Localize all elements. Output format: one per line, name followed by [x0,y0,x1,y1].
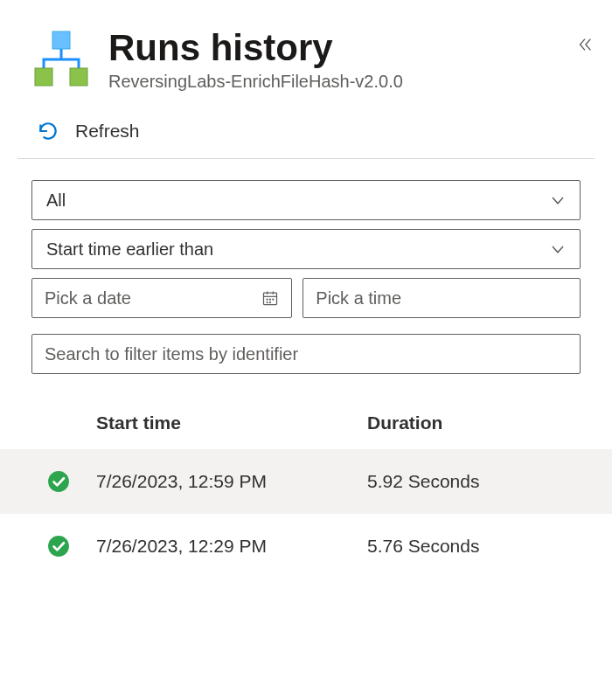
refresh-icon [37,120,59,142]
cell-start-time: 7/26/2023, 12:59 PM [96,471,367,492]
date-time-row: Pick a date Pick a time [31,278,581,318]
status-success-icon [47,535,70,558]
column-duration[interactable]: Duration [367,412,581,433]
workflow-icon [31,28,91,87]
search-row [0,327,612,374]
refresh-button[interactable]: Refresh [0,107,612,158]
calendar-icon [261,289,279,307]
runs-table: Start time Duration 7/26/2023, 12:59 PM … [0,397,612,579]
cell-duration: 5.92 Seconds [367,471,581,492]
page-title: Runs history [108,28,581,68]
filters-section: All Start time earlier than Pick a date [0,159,612,327]
cell-duration: 5.76 Seconds [367,536,581,557]
table-row[interactable]: 7/26/2023, 12:29 PM 5.76 Seconds [0,514,612,579]
refresh-label: Refresh [75,121,140,142]
status-filter-select[interactable]: All [31,180,581,220]
date-picker[interactable]: Pick a date [31,278,292,318]
status-filter-value: All [46,191,66,211]
time-filter-value: Start time earlier than [46,239,213,260]
column-start-time[interactable]: Start time [96,412,367,433]
time-placeholder: Pick a time [316,288,401,308]
time-picker[interactable]: Pick a time [303,278,581,318]
svg-point-8 [270,299,271,300]
svg-point-13 [48,536,69,557]
svg-point-9 [273,299,274,300]
collapse-panel-button[interactable] [575,35,595,59]
svg-point-7 [267,299,268,300]
svg-point-11 [270,302,271,303]
search-input[interactable] [31,334,581,374]
table-header: Start time Duration [0,397,612,449]
time-filter-select[interactable]: Start time earlier than [31,229,581,269]
svg-rect-1 [35,68,52,86]
svg-point-10 [267,302,268,303]
date-placeholder: Pick a date [45,288,131,308]
chevron-down-icon [550,241,566,257]
svg-rect-0 [52,31,70,49]
cell-start-time: 7/26/2023, 12:29 PM [96,536,367,557]
page-header: Runs history ReversingLabs-EnrichFileHas… [0,0,612,107]
table-row[interactable]: 7/26/2023, 12:59 PM 5.92 Seconds [0,449,612,514]
svg-point-12 [48,471,69,492]
chevron-down-icon [550,192,566,208]
status-success-icon [47,470,70,493]
page-subtitle: ReversingLabs-EnrichFileHash-v2.0.0 [108,72,581,92]
header-text: Runs history ReversingLabs-EnrichFileHas… [108,28,581,92]
svg-rect-2 [70,68,87,86]
